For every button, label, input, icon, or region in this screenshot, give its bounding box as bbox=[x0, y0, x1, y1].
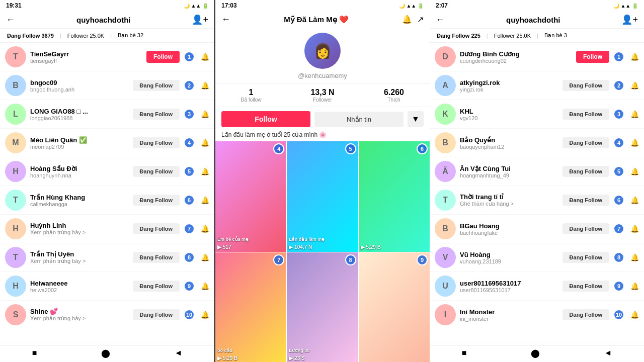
bell-icon[interactable]: 🔔 bbox=[201, 225, 209, 233]
bell-icon[interactable]: 🔔 bbox=[630, 81, 639, 89]
num-badge: 2 bbox=[613, 80, 624, 91]
more-button[interactable]: ▼ bbox=[408, 111, 424, 127]
user-info: Trần Hùng Khangcallmekhangga bbox=[30, 194, 129, 207]
video-views: ▶ 5,29 B bbox=[217, 355, 237, 361]
num-badge: 8 bbox=[613, 252, 624, 263]
bell-icon[interactable]: 🔔 bbox=[201, 196, 209, 204]
bell-icon[interactable]: 🔔 bbox=[630, 167, 639, 175]
bell-icon[interactable]: 🔔 bbox=[201, 139, 209, 147]
bio-text: Lần đầu làm mẹ ở tuổi 25 của mình 🌸 bbox=[215, 131, 430, 141]
nav-circle-1[interactable]: ⬤ bbox=[101, 348, 110, 358]
follow-button[interactable]: Đang Follow bbox=[562, 252, 609, 263]
bell-icon[interactable]: 🔔 bbox=[201, 53, 209, 61]
user-name: Bảo Quyền bbox=[460, 136, 558, 144]
follow-button[interactable]: Đang Follow bbox=[133, 281, 180, 292]
video-thumbnail[interactable]: ▶ 5,29 B6 bbox=[359, 141, 430, 252]
tab-friends-1[interactable]: Bạn bè 32 bbox=[115, 31, 146, 40]
avatar: B bbox=[435, 132, 456, 153]
nav-triangle-3[interactable]: ◄ bbox=[604, 348, 612, 358]
profile-title: Mỹ Đã Làm Mẹ ❤️ bbox=[284, 15, 349, 24]
bell-icon[interactable]: 🔔 bbox=[630, 225, 639, 233]
tab-friends-3[interactable]: Bạn bè 3 bbox=[541, 31, 570, 40]
tab-follower-3[interactable]: Follower 25.0K bbox=[491, 31, 534, 40]
user-handle: user8011695631017 bbox=[460, 287, 558, 293]
follow-button[interactable]: Đang Follow bbox=[562, 309, 609, 320]
follow-button[interactable]: Đang Follow bbox=[562, 281, 609, 292]
follow-button[interactable]: Follow bbox=[146, 51, 180, 63]
video-thumbnail[interactable]: Lần đầu làm mẹ▶ 104,7 N5 bbox=[287, 141, 358, 252]
follow-button[interactable]: Đang Follow bbox=[562, 223, 609, 234]
follow-button[interactable]: Đang Follow bbox=[562, 166, 609, 177]
follow-button[interactable]: Đang Follow bbox=[133, 137, 180, 148]
header-3: ← quyhoachdothi 👤+ bbox=[430, 11, 644, 29]
bell-icon[interactable]: 🔔 bbox=[630, 139, 639, 147]
avatar: H bbox=[5, 276, 26, 297]
tab-following-1[interactable]: Đang Follow 3679 bbox=[4, 31, 57, 40]
bell-icon[interactable]: 🔔 bbox=[201, 311, 209, 319]
nav-square-3[interactable]: ■ bbox=[462, 348, 467, 358]
follow-button[interactable]: Follow bbox=[221, 111, 310, 127]
list-item: TThời trang tí tỉGhé thăm cửa hàng >Đang… bbox=[430, 186, 644, 215]
tab-follower-1[interactable]: Follower 25.0K bbox=[64, 31, 107, 40]
user-handle: meomap2709 bbox=[30, 144, 129, 150]
nav-circle-3[interactable]: ⬤ bbox=[531, 348, 540, 358]
video-label: Lương 80 bbox=[289, 348, 356, 353]
back-icon-1[interactable]: ← bbox=[6, 15, 15, 25]
bell-icon[interactable]: 🔔 bbox=[201, 282, 209, 290]
bell-icon[interactable]: 🔔 bbox=[630, 110, 639, 118]
follow-button[interactable]: Đang Follow bbox=[562, 109, 609, 120]
follow-button[interactable]: Đang Follow bbox=[133, 80, 180, 91]
follow-button[interactable]: Đang Follow bbox=[562, 137, 609, 148]
bell-icon[interactable]: 🔔 bbox=[201, 167, 209, 175]
video-views: ▶ 23 S bbox=[289, 355, 304, 361]
user-name: Ăn Vặt Cùng Tui bbox=[460, 165, 558, 172]
time-1: 19:31 bbox=[6, 2, 22, 9]
message-button[interactable]: Nhắn tin bbox=[314, 112, 404, 127]
list-item: BBGau HoangbachhoangfakeĐang Follow7🔔 bbox=[430, 215, 644, 243]
bell-icon[interactable]: 🔔 bbox=[402, 15, 412, 24]
avatar: I bbox=[435, 304, 456, 325]
follow-button[interactable]: Đang Follow bbox=[133, 223, 180, 234]
list-item: SShine 💕Xem phần trứng bày >Đang Follow1… bbox=[0, 301, 214, 329]
share-icon[interactable]: ↗ bbox=[417, 15, 424, 24]
bell-icon[interactable]: 🔔 bbox=[630, 311, 639, 319]
user-handle: vgv120 bbox=[460, 115, 558, 121]
bell-icon[interactable]: 🔔 bbox=[201, 110, 209, 118]
num-badge: 10 bbox=[613, 309, 624, 320]
bell-icon[interactable]: 🔔 bbox=[201, 81, 209, 89]
nav-square-1[interactable]: ■ bbox=[32, 348, 37, 358]
user-handle: bachhoangfake bbox=[460, 230, 558, 236]
video-thumbnail[interactable]: bò cầu▶ 5,29 B7 bbox=[215, 252, 286, 362]
bell-icon[interactable]: 🔔 bbox=[201, 253, 209, 261]
follow-button[interactable]: Đang Follow bbox=[133, 309, 180, 320]
profile-header: ← Mỹ Đã Làm Mẹ ❤️ 🔔 ↗ bbox=[215, 11, 430, 28]
back-icon-3[interactable]: ← bbox=[436, 15, 445, 25]
num-badge: 1 bbox=[613, 51, 624, 62]
follow-button[interactable]: Đang Follow bbox=[133, 109, 180, 120]
user-handle: Ghé thăm cửa hàng > bbox=[460, 201, 558, 207]
bell-icon[interactable]: 🔔 bbox=[630, 253, 639, 261]
back-icon-2[interactable]: ← bbox=[221, 14, 230, 25]
bell-icon[interactable]: 🔔 bbox=[630, 196, 639, 204]
add-user-icon-1[interactable]: 👤+ bbox=[192, 14, 208, 25]
video-thumbnail[interactable]: Lương 80▶ 23 S8 bbox=[287, 252, 358, 362]
follow-button[interactable]: Đang Follow bbox=[133, 166, 180, 177]
num-badge: 9 bbox=[417, 254, 428, 265]
add-user-icon-3[interactable]: 👤+ bbox=[621, 14, 638, 25]
user-list-1: TTienSeGayrrtiensegayffFollow1🔔Bbngoc09b… bbox=[0, 43, 214, 345]
user-name: TienSeGayrr bbox=[30, 50, 142, 58]
follow-button[interactable]: Đang Follow bbox=[562, 80, 609, 91]
nav-triangle-1[interactable]: ◄ bbox=[174, 348, 182, 358]
bell-icon[interactable]: 🔔 bbox=[630, 53, 639, 61]
follow-button[interactable]: Follow bbox=[576, 51, 609, 63]
follow-button[interactable]: Đang Follow bbox=[133, 252, 180, 263]
tab-following-3[interactable]: Đang Follow 225 bbox=[434, 31, 484, 40]
follow-button[interactable]: Đang Follow bbox=[133, 195, 180, 206]
video-thumbnail[interactable]: 9 bbox=[359, 252, 430, 362]
user-info: Mèo Liên Quân ✅meomap2709 bbox=[30, 136, 129, 150]
avatar: T bbox=[435, 190, 456, 211]
video-thumbnail[interactable]: Em bé của mẹ▶ 5174 bbox=[215, 141, 286, 252]
avatar: S bbox=[5, 304, 26, 325]
bell-icon[interactable]: 🔔 bbox=[630, 282, 639, 290]
follow-button[interactable]: Đang Follow bbox=[562, 195, 609, 206]
